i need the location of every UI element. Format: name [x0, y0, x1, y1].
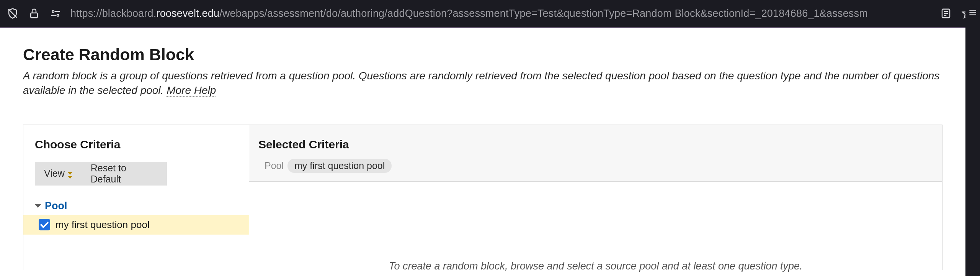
selected-criteria-pane: Selected Criteria Pool my first question…	[249, 125, 942, 270]
pool-item-my-first-question-pool[interactable]: my first question pool	[23, 215, 249, 235]
more-help-link[interactable]: More Help	[167, 84, 216, 97]
reader-mode-icon[interactable]	[939, 7, 952, 20]
page-description: A random block is a group of questions r…	[23, 69, 942, 98]
page-title: Create Random Block	[23, 45, 942, 64]
selected-pool-chip[interactable]: my first question pool	[287, 159, 392, 173]
svg-point-2	[52, 11, 54, 13]
reset-to-default-button[interactable]: Reset to Default	[82, 162, 167, 186]
pool-section-header[interactable]: Pool	[23, 197, 249, 215]
choose-criteria-header: Choose Criteria	[23, 125, 249, 158]
results-placeholder-area: To create a random block, browse and sel…	[249, 182, 942, 270]
caret-down-icon	[35, 204, 41, 208]
selected-pool-label: Pool	[265, 160, 284, 171]
url-text[interactable]: https://blackboard.roosevelt.edu/webapps…	[70, 8, 926, 20]
browser-address-bar: https://blackboard.roosevelt.edu/webapps…	[0, 0, 980, 28]
criteria-toolbar: View Reset to Default	[35, 162, 167, 186]
results-placeholder-text: To create a random block, browse and sel…	[389, 260, 802, 272]
view-button[interactable]: View	[35, 162, 82, 186]
sidebar-toggle-icon[interactable]	[968, 8, 978, 19]
svg-rect-1	[31, 13, 38, 18]
svg-point-4	[57, 15, 59, 16]
pool-item-label: my first question pool	[56, 219, 150, 231]
selected-pool-row: Pool my first question pool	[249, 156, 942, 182]
lock-icon[interactable]	[28, 7, 41, 20]
chevron-double-down-icon	[68, 172, 72, 175]
choose-criteria-pane: Choose Criteria View Reset to Default Po…	[23, 125, 249, 270]
shield-off-icon[interactable]	[6, 7, 19, 20]
pool-checkbox[interactable]	[39, 219, 50, 230]
permissions-icon[interactable]	[49, 7, 62, 20]
criteria-container: Choose Criteria View Reset to Default Po…	[23, 125, 942, 270]
browser-sidebar-edge	[965, 0, 980, 276]
selected-criteria-header: Selected Criteria	[249, 125, 942, 156]
